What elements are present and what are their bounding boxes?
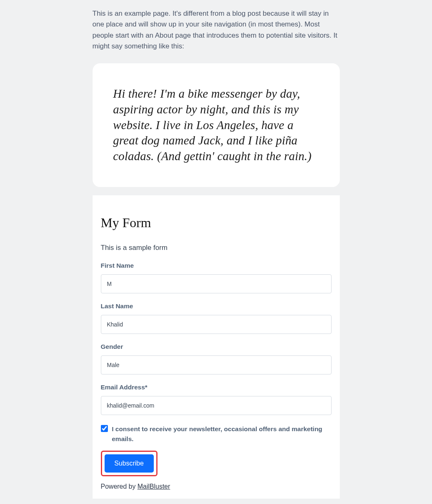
first-name-label: First Name [101,262,332,269]
last-name-label: Last Name [101,302,332,310]
powered-prefix: Powered by [101,483,138,490]
gender-input[interactable] [101,355,332,374]
consent-checkbox[interactable] [101,425,108,432]
quote-text: Hi there! I'm a bike messenger by day, a… [113,86,320,164]
consent-row: I consent to receive your newsletter, oc… [101,424,332,444]
consent-text: I consent to receive your newsletter, oc… [112,424,332,444]
form-title: My Form [101,215,332,230]
form-description: This is a sample form [101,244,332,252]
content-wrapper: This is an example page. It's different … [93,8,340,499]
intro-paragraph: This is an example page. It's different … [93,8,340,52]
powered-by: Powered by MailBluster [101,483,332,490]
email-input[interactable] [101,396,332,415]
subscribe-highlight-box: Subscribe [101,451,158,476]
subscribe-button[interactable]: Subscribe [105,454,154,473]
last-name-input[interactable] [101,315,332,334]
quote-card: Hi there! I'm a bike messenger by day, a… [93,63,340,187]
powered-link[interactable]: MailBluster [137,483,170,490]
first-name-input[interactable] [101,274,332,293]
email-label: Email Address* [101,384,332,391]
form-card: My Form This is a sample form First Name… [93,195,340,499]
gender-label: Gender [101,343,332,350]
